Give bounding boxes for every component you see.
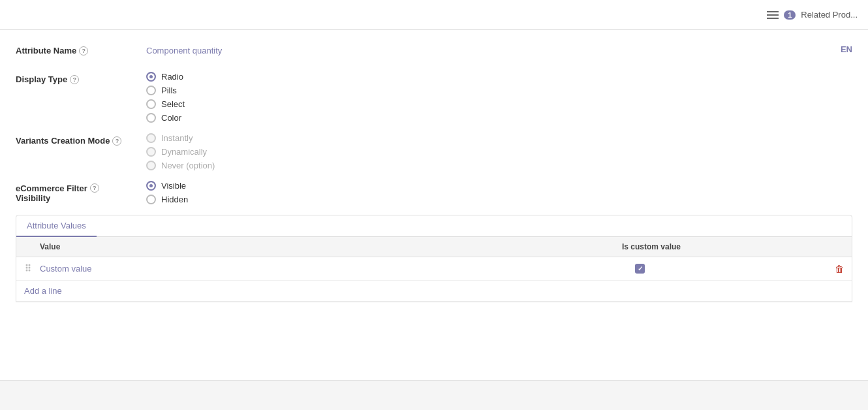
variants-dynamically-label: Dynamically (161, 147, 207, 157)
svg-point-3 (29, 267, 31, 269)
display-type-pills-label: Pills (161, 86, 177, 95)
variants-instantly-input[interactable] (146, 133, 156, 143)
add-line-button[interactable]: Add a line (16, 281, 852, 302)
filter-hidden[interactable]: Hidden (146, 195, 852, 204)
variants-never-label: Never (option) (161, 161, 215, 170)
svg-point-4 (26, 270, 28, 272)
variants-creation-row: Variants Creation Mode ? Instantly Dynam… (16, 133, 852, 170)
display-type-color-label: Color (161, 113, 181, 123)
tabs-container: Attribute Values Value Is custom value (16, 215, 852, 302)
variants-creation-label: Variants Creation Mode ? (16, 133, 146, 146)
filter-visible-label: Visible (161, 181, 186, 191)
delete-row-button[interactable]: 🗑 (835, 264, 844, 274)
filter-hidden-label: Hidden (161, 195, 188, 204)
display-type-pills-input[interactable] (146, 86, 156, 95)
variants-creation-help-icon[interactable]: ? (112, 136, 121, 146)
variants-instantly[interactable]: Instantly (146, 133, 852, 143)
custom-value-checkbox[interactable] (635, 264, 645, 274)
tab-attribute-values[interactable]: Attribute Values (16, 215, 97, 237)
table-row-custom (635, 264, 818, 274)
related-prod-badge: 1 (784, 10, 796, 20)
svg-point-5 (29, 270, 31, 272)
filter-visibility-row: eCommerce FilterVisibility? Visible Hidd… (16, 181, 852, 204)
custom-value-text: Custom value (40, 264, 91, 274)
display-type-color-input[interactable] (146, 113, 156, 123)
table-header-drag-spacer (24, 242, 40, 251)
display-type-pills[interactable]: Pills (146, 86, 852, 95)
table-row-delete: 🗑 (818, 264, 844, 274)
display-type-select[interactable]: Select (146, 99, 852, 109)
table-row: Custom value 🗑 (16, 257, 852, 281)
drag-handle[interactable] (24, 262, 40, 275)
table-header-actions-spacer (818, 242, 844, 251)
hamburger-icon (767, 11, 779, 19)
display-type-radio-label: Radio (161, 72, 183, 82)
display-type-radio-input[interactable] (146, 72, 156, 82)
display-type-label: Display Type ? (16, 72, 146, 84)
variants-dynamically[interactable]: Dynamically (146, 147, 852, 157)
filter-visible-input[interactable] (146, 181, 156, 191)
display-type-select-label: Select (161, 99, 185, 109)
table-col-value-header: Value (40, 242, 622, 251)
attribute-name-label: Attribute Name ? (16, 43, 146, 55)
display-type-radio[interactable]: Radio (146, 72, 852, 82)
attribute-name-value-container: Component quantity EN (146, 43, 852, 55)
variants-never-input[interactable] (146, 161, 156, 170)
filter-hidden-input[interactable] (146, 195, 156, 204)
display-type-select-input[interactable] (146, 99, 156, 109)
filter-visibility-options: Visible Hidden (146, 181, 852, 204)
svg-point-2 (26, 267, 28, 269)
table-header: Value Is custom value (16, 237, 852, 257)
lang-badge[interactable]: EN (841, 44, 852, 54)
variants-dynamically-input[interactable] (146, 147, 156, 157)
attribute-name-row: Attribute Name ? Component quantity EN (16, 43, 852, 61)
variants-creation-options: Instantly Dynamically Never (option) (146, 133, 852, 170)
attribute-name-help-icon[interactable]: ? (79, 46, 88, 55)
svg-point-0 (26, 264, 28, 266)
table-row-value: Custom value (40, 264, 635, 274)
main-content: Attribute Name ? Component quantity EN D… (0, 30, 868, 315)
related-products-button[interactable]: 1 Related Prod... (767, 10, 858, 20)
attribute-name-value: Component quantity (146, 43, 222, 55)
filter-visible[interactable]: Visible (146, 181, 852, 191)
variants-never[interactable]: Never (option) (146, 161, 852, 170)
table-col-custom-header: Is custom value (622, 242, 818, 251)
svg-point-1 (29, 264, 31, 266)
display-type-options: Radio Pills Select Color (146, 72, 852, 123)
related-prod-label: Related Prod... (801, 10, 858, 20)
table-container: Value Is custom value Cu (16, 237, 852, 302)
display-type-color[interactable]: Color (146, 113, 852, 123)
variants-instantly-label: Instantly (161, 133, 193, 143)
top-bar: 1 Related Prod... (0, 0, 868, 30)
tab-header: Attribute Values (16, 215, 852, 237)
filter-visibility-label: eCommerce FilterVisibility? (16, 181, 146, 203)
filter-visibility-help-icon[interactable]: ? (90, 183, 99, 193)
display-type-row: Display Type ? Radio Pills Select Color (16, 72, 852, 123)
display-type-help-icon[interactable]: ? (70, 75, 79, 84)
